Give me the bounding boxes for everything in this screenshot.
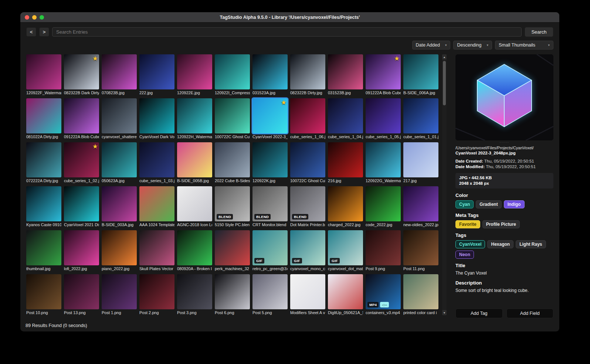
tag-pill[interactable]: CyanVoxel: [455, 240, 485, 248]
grid-item[interactable]: MP4-:--containers_v3.mp4: [366, 274, 401, 315]
tag-pill[interactable]: Profile Picture: [482, 220, 520, 228]
grid-item[interactable]: 120922I_Compresse: [215, 54, 250, 95]
grid-item[interactable]: 120922K.jpg: [252, 142, 288, 183]
grid-item[interactable]: cube_series_1_06.j: [290, 98, 325, 139]
grid-item[interactable]: Post 13.png: [64, 274, 99, 315]
grid-item[interactable]: cube_series_1_03.j: [139, 142, 174, 183]
thumbnail[interactable]: [328, 186, 363, 221]
thumbnail[interactable]: [403, 98, 438, 133]
grid-item[interactable]: Post 1.png: [102, 274, 137, 315]
grid-item[interactable]: 050623A.jpg: [102, 142, 137, 183]
grid-item[interactable]: 100722C Ghost Cub: [290, 142, 325, 183]
thumbnail[interactable]: [139, 274, 174, 309]
tag-pill[interactable]: Indigo: [504, 200, 525, 208]
thumbnail[interactable]: [102, 142, 137, 177]
add-field-button[interactable]: Add Field: [506, 309, 554, 318]
thumbnail[interactable]: [177, 186, 212, 221]
grid-item[interactable]: piano_2022.jpg: [102, 230, 137, 271]
grid-item[interactable]: 222.jpg: [139, 54, 174, 95]
thumbnail[interactable]: [366, 230, 401, 265]
thumbnail[interactable]: [403, 230, 438, 265]
grid-item[interactable]: Skull Plates Vector: [139, 230, 174, 271]
thumbnail[interactable]: [64, 274, 99, 309]
resize-handle[interactable]: ·····: [455, 140, 553, 145]
grid-item[interactable]: 031523A.jpg: [252, 54, 288, 95]
grid-item[interactable]: 100722C Ghost Cub: [215, 98, 250, 139]
thumbnail[interactable]: GIF: [290, 230, 325, 265]
search-input[interactable]: [52, 27, 522, 37]
grid-item[interactable]: 120922F_Watermark: [26, 54, 61, 95]
preview-image[interactable]: [455, 54, 553, 140]
thumbnail[interactable]: [403, 186, 438, 221]
scrollbar-thumb[interactable]: [443, 61, 446, 105]
tag-pill[interactable]: Gradient: [476, 200, 501, 208]
thumbnail[interactable]: [366, 186, 401, 221]
grid-item[interactable]: Post 9.png: [366, 230, 401, 271]
grid-item[interactable]: 091222A Blob Cube: [64, 98, 99, 139]
grid-item[interactable]: ★cube_series_1_02.j: [64, 142, 99, 183]
thumbnail[interactable]: [64, 186, 99, 221]
thumbnail[interactable]: [403, 54, 438, 89]
tag-pill[interactable]: Favorite: [455, 220, 480, 228]
tag-pill[interactable]: Light Rays: [516, 240, 546, 248]
thumbnail[interactable]: MP4-:--: [366, 274, 401, 309]
grid-item[interactable]: printed color card i: [403, 274, 438, 315]
grid-item[interactable]: Post 11.png: [403, 230, 438, 271]
search-button[interactable]: Search: [525, 27, 553, 37]
thumbnail[interactable]: [252, 142, 288, 177]
thumbnail[interactable]: [139, 142, 174, 177]
sort-by-dropdown[interactable]: Date Added ▾: [412, 41, 451, 50]
description-value[interactable]: Some sort of bright teal looking cube.: [455, 288, 553, 293]
thumbnail[interactable]: [215, 54, 250, 89]
grid-item[interactable]: 070823B.jpg: [102, 54, 137, 95]
close-button[interactable]: [25, 15, 29, 20]
thumbnail[interactable]: [403, 274, 438, 309]
add-tag-button[interactable]: Add Tag: [455, 309, 503, 318]
tag-pill[interactable]: Cyan: [455, 200, 474, 208]
grid-item[interactable]: perk_machines_32: [215, 230, 250, 271]
grid-item[interactable]: B-SIDE_003A.jpg: [102, 186, 137, 227]
grid-item[interactable]: BLENDCRT Monitor.blend: [252, 186, 288, 227]
thumbnail[interactable]: [328, 142, 363, 177]
grid-item[interactable]: GIFcyanvoxel_mono_cr: [290, 230, 325, 271]
thumbnail[interactable]: [139, 54, 174, 89]
thumbnail-size-dropdown[interactable]: Small Thumbnails ▾: [495, 41, 553, 50]
thumbnail[interactable]: ★: [64, 54, 99, 89]
grid-item[interactable]: lofi_2022.jpg: [64, 230, 99, 271]
zoom-button[interactable]: [40, 15, 44, 20]
thumbnail[interactable]: [252, 274, 288, 309]
title-value[interactable]: The Cyan Voxel: [455, 271, 553, 276]
grid-item[interactable]: 072222A Dirty.jpg: [26, 142, 61, 183]
thumbnail[interactable]: ★: [64, 142, 99, 177]
grid-item[interactable]: cyanvoxel_shattere: [102, 98, 137, 139]
grid-item[interactable]: cube_series_1_05.j: [366, 98, 401, 139]
grid-item[interactable]: AGNC-2018 Icon Lo: [177, 186, 212, 227]
grid-item[interactable]: 031523B.jpg: [328, 54, 363, 95]
thumbnail[interactable]: [366, 98, 401, 133]
scroll-down-icon[interactable]: ▼: [442, 310, 447, 315]
grid-item[interactable]: GIFretro_pc_green@3x: [252, 230, 288, 271]
back-button[interactable]: <: [26, 27, 36, 37]
grid-item[interactable]: ★CyanVoxel 2022-3_: [252, 98, 288, 139]
thumbnail[interactable]: [26, 274, 61, 309]
grid-item[interactable]: thumbnail.jpg: [26, 230, 61, 271]
grid-item[interactable]: Post 2.png: [139, 274, 174, 315]
thumbnail[interactable]: [252, 54, 288, 89]
thumbnail[interactable]: BLEND: [252, 186, 288, 221]
thumbnail[interactable]: [290, 274, 325, 309]
thumbnail[interactable]: [215, 274, 250, 309]
thumbnail[interactable]: ★: [366, 54, 401, 89]
grid-item[interactable]: CyanVoxel Dark Vox: [139, 98, 174, 139]
thumbnail[interactable]: [177, 142, 212, 177]
thumbnail[interactable]: [102, 98, 137, 133]
grid-item[interactable]: GIFcyanvoxel_dot_mat: [328, 230, 363, 271]
thumbnail[interactable]: GIF: [252, 230, 288, 265]
thumbnail[interactable]: [328, 98, 363, 133]
thumbnail[interactable]: [102, 186, 137, 221]
grid-item[interactable]: 082322B Dirty.jpg: [290, 54, 325, 95]
grid-item[interactable]: Kyanos Caste 0910: [26, 186, 61, 227]
thumbnail[interactable]: BLEND: [215, 186, 250, 221]
grid-item[interactable]: 081022A Dirty.jpg: [26, 98, 61, 139]
thumbnail[interactable]: [26, 98, 61, 133]
grid-item[interactable]: charged_2022.jpg: [328, 186, 363, 227]
